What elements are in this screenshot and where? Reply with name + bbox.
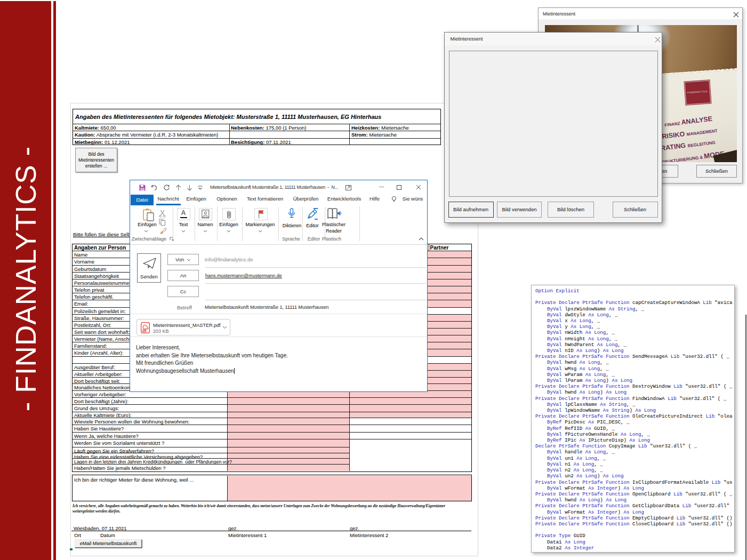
- svg-text:PDF: PDF: [143, 330, 147, 332]
